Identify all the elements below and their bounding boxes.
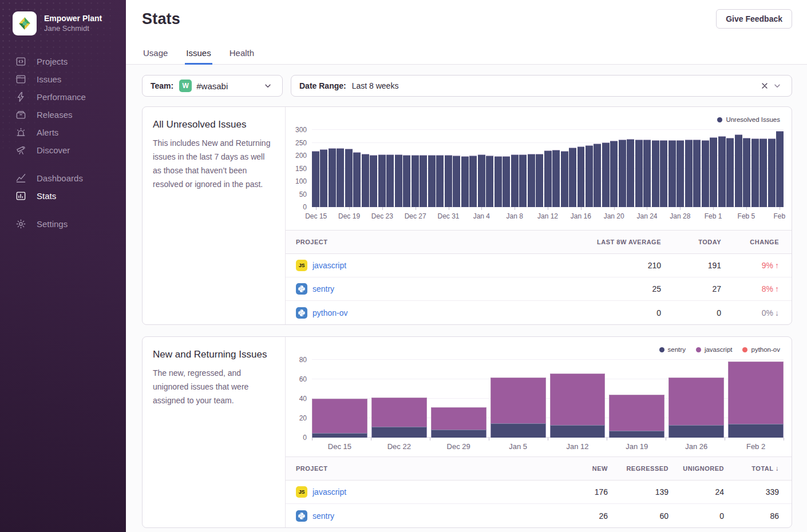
x-tick-mark (725, 438, 725, 440)
chart-bar[interactable] (577, 146, 585, 207)
chart-bar[interactable] (519, 154, 527, 207)
sidebar-item-settings[interactable]: Settings (0, 215, 126, 233)
chart-bar[interactable] (685, 140, 693, 207)
project-link[interactable]: javascript (312, 261, 346, 270)
legend-item[interactable]: python-ov (742, 346, 780, 353)
chart-bar[interactable] (362, 154, 369, 207)
chart-bar[interactable] (635, 140, 643, 207)
chart-bar[interactable] (445, 155, 452, 207)
chart-bar[interactable] (702, 140, 709, 207)
sentry-segment (431, 430, 486, 438)
chart-bar[interactable] (759, 138, 767, 207)
sidebar-item-releases[interactable]: Releases (0, 106, 126, 124)
sentry-segment (668, 425, 724, 438)
chart-bar[interactable] (495, 156, 502, 207)
chart-bar[interactable] (378, 154, 386, 207)
stacked-bar[interactable] (668, 378, 724, 438)
chart-bar[interactable] (312, 151, 319, 207)
stacked-bar[interactable] (728, 362, 784, 438)
chart-bar[interactable] (652, 140, 659, 207)
chart-bar[interactable] (345, 149, 353, 207)
chart-bar[interactable] (586, 145, 593, 207)
stacked-bar[interactable] (609, 395, 664, 438)
stacked-bar[interactable] (371, 398, 427, 438)
chart-bar[interactable] (453, 156, 460, 207)
chart-bar[interactable] (403, 155, 410, 207)
chart-bar[interactable] (660, 140, 667, 207)
chart-bar[interactable] (693, 140, 701, 207)
chart-bar[interactable] (395, 154, 402, 207)
chart-bar[interactable] (412, 155, 419, 207)
chart-bar[interactable] (320, 149, 327, 207)
sidebar-item-performance[interactable]: Performance (0, 88, 126, 106)
chart-bar[interactable] (594, 144, 601, 207)
chart-bar[interactable] (337, 148, 344, 207)
chart-bar[interactable] (602, 142, 610, 207)
tab-issues[interactable]: Issues (185, 48, 212, 65)
chart-bar[interactable] (478, 154, 485, 207)
sidebar-item-discover[interactable]: Discover (0, 141, 126, 159)
tab-usage[interactable]: Usage (142, 48, 169, 65)
chart-bar[interactable] (677, 140, 684, 207)
new-returning-issues-chart[interactable]: 020406080 (312, 360, 784, 438)
chart-bar[interactable] (544, 150, 552, 207)
legend-item[interactable]: javascript (696, 346, 733, 353)
y-tick-label: 60 (289, 375, 312, 383)
chart-bar[interactable] (735, 134, 742, 207)
sidebar-item-dashboards[interactable]: Dashboards (0, 169, 126, 187)
javascript-segment (371, 398, 427, 427)
chart-bar[interactable] (743, 138, 750, 207)
chart-bar[interactable] (469, 156, 477, 207)
unresolved-issues-chart[interactable]: 050100150200250300 (312, 130, 784, 207)
chart-bar[interactable] (370, 155, 377, 207)
clear-date-range-icon[interactable] (758, 80, 771, 92)
sidebar-item-issues[interactable]: Issues (0, 70, 126, 88)
chart-bar[interactable] (486, 156, 493, 207)
chart-bar[interactable] (668, 140, 676, 207)
chart-bar[interactable] (329, 148, 336, 208)
sidebar-item-alerts[interactable]: Alerts (0, 124, 126, 141)
chart-bar[interactable] (776, 131, 784, 207)
sidebar-item-projects[interactable]: Projects (0, 53, 126, 70)
chart-bar[interactable] (536, 154, 543, 207)
chart-bar[interactable] (503, 156, 510, 207)
date-range-select[interactable]: Date Range: Last 8 weeks (291, 75, 792, 97)
chart-bar[interactable] (561, 151, 568, 207)
stacked-bar[interactable] (550, 374, 606, 438)
org-switcher[interactable]: Empower Plant Jane Schmidt (0, 0, 126, 35)
column-header-total[interactable]: TOTAL↓ (724, 464, 779, 473)
chart-bar[interactable] (751, 138, 759, 207)
chart-bar[interactable] (420, 155, 427, 207)
chart-bar[interactable] (511, 154, 519, 207)
tab-health[interactable]: Health (228, 48, 255, 65)
project-link[interactable]: sentry (312, 511, 334, 521)
stacked-bar[interactable] (431, 407, 486, 438)
chart-bar[interactable] (643, 140, 651, 207)
stacked-bar[interactable] (312, 399, 367, 438)
chart-bar[interactable] (569, 148, 576, 207)
team-select[interactable]: Team: W #wasabi (142, 75, 283, 97)
legend-item[interactable]: Unresolved Issues (717, 116, 780, 123)
legend-item[interactable]: sentry (659, 346, 686, 353)
stacked-bar[interactable] (490, 378, 546, 438)
sidebar-item-stats[interactable]: Stats (0, 187, 126, 205)
give-feedback-button[interactable]: Give Feedback (716, 9, 792, 29)
project-link[interactable]: python-ov (312, 308, 347, 317)
chart-bar[interactable] (610, 141, 618, 207)
chart-bar[interactable] (718, 136, 726, 207)
chart-bar[interactable] (710, 137, 717, 207)
chart-bar[interactable] (436, 155, 444, 207)
chart-bar[interactable] (768, 138, 776, 207)
chart-bar[interactable] (528, 154, 535, 207)
chart-bar[interactable] (627, 139, 634, 207)
chart-bar[interactable] (386, 154, 394, 207)
chart-bar[interactable] (552, 150, 560, 207)
chart-bar[interactable] (726, 138, 734, 207)
chart-bar[interactable] (353, 152, 361, 207)
project-link[interactable]: javascript (312, 487, 346, 497)
chart-bar[interactable] (619, 140, 626, 207)
project-link[interactable]: sentry (312, 284, 334, 293)
chart-bar[interactable] (428, 155, 436, 207)
chart-bar[interactable] (461, 156, 469, 207)
project-cell: JSjavascript (296, 486, 539, 498)
